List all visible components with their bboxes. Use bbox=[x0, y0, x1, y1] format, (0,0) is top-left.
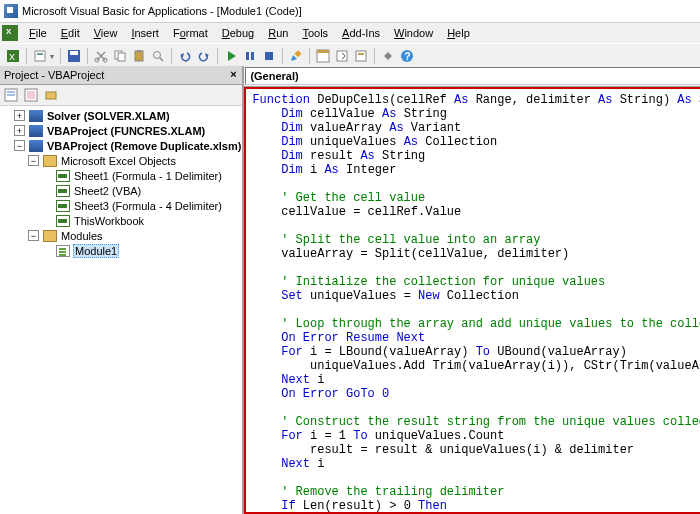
menubar: File Edit View Insert Format Debug Run T… bbox=[0, 23, 700, 43]
view-excel-icon[interactable]: X bbox=[4, 47, 22, 65]
svg-rect-3 bbox=[37, 53, 43, 55]
copy-icon[interactable] bbox=[111, 47, 129, 65]
run-icon[interactable] bbox=[222, 47, 240, 65]
project-panel-title: Project - VBAProject bbox=[4, 69, 104, 81]
svg-rect-33 bbox=[27, 91, 35, 99]
break-icon[interactable] bbox=[241, 47, 259, 65]
project-tree[interactable]: + Solver (SOLVER.XLAM) + VBAProject (FUN… bbox=[0, 106, 242, 514]
svg-rect-17 bbox=[246, 52, 249, 60]
code-object-dropdown[interactable]: (General)▼ bbox=[245, 67, 700, 85]
svg-marker-16 bbox=[228, 51, 236, 61]
svg-line-13 bbox=[160, 58, 163, 61]
menu-edit[interactable]: Edit bbox=[54, 25, 87, 41]
tree-node-module1[interactable]: Module1 bbox=[0, 243, 242, 258]
tree-node-sheet1[interactable]: Sheet1 (Formula - 1 Delimiter) bbox=[0, 168, 242, 183]
tree-node-sheet3[interactable]: Sheet3 (Formula - 4 Delimiter) bbox=[0, 198, 242, 213]
svg-rect-34 bbox=[46, 92, 56, 99]
find-icon[interactable] bbox=[149, 47, 167, 65]
properties-icon[interactable] bbox=[333, 47, 351, 65]
svg-rect-18 bbox=[251, 52, 254, 60]
tree-node-modules[interactable]: − Modules bbox=[0, 228, 242, 243]
project-explorer-panel: Project - VBAProject × + Solver (SOLVER.… bbox=[0, 66, 243, 514]
code-text[interactable]: Function DeDupCells(cellRef As Range, de… bbox=[252, 93, 700, 514]
menu-window[interactable]: Window bbox=[387, 25, 440, 41]
reset-icon[interactable] bbox=[260, 47, 278, 65]
svg-point-12 bbox=[154, 52, 161, 59]
window-title: Microsoft Visual Basic for Applications … bbox=[22, 5, 302, 17]
tree-node-excel-objects[interactable]: − Microsoft Excel Objects bbox=[0, 153, 242, 168]
save-icon[interactable] bbox=[65, 47, 83, 65]
svg-rect-5 bbox=[70, 51, 78, 55]
toggle-folders-icon[interactable] bbox=[42, 86, 60, 104]
object-browser-icon[interactable] bbox=[352, 47, 370, 65]
help-icon[interactable]: ? bbox=[398, 47, 416, 65]
tree-node-solver[interactable]: + Solver (SOLVER.XLAM) bbox=[0, 108, 242, 123]
insert-dropdown-icon[interactable]: ▾ bbox=[50, 52, 56, 61]
titlebar: Microsoft Visual Basic for Applications … bbox=[0, 0, 700, 23]
svg-rect-10 bbox=[135, 51, 143, 61]
svg-rect-21 bbox=[294, 50, 301, 57]
tree-node-thisworkbook[interactable]: ThisWorkbook bbox=[0, 213, 242, 228]
menu-run[interactable]: Run bbox=[261, 25, 295, 41]
menu-help[interactable]: Help bbox=[440, 25, 477, 41]
view-object-icon[interactable] bbox=[22, 86, 40, 104]
menu-insert[interactable]: Insert bbox=[124, 25, 166, 41]
project-explorer-icon[interactable] bbox=[314, 47, 332, 65]
menu-tools[interactable]: Tools bbox=[295, 25, 335, 41]
code-editor[interactable]: Function DeDupCells(cellRef As Range, de… bbox=[244, 87, 700, 514]
project-panel-header: Project - VBAProject × bbox=[0, 66, 242, 85]
excel-sysmenu-icon[interactable] bbox=[2, 25, 18, 41]
paste-icon[interactable] bbox=[130, 47, 148, 65]
svg-rect-11 bbox=[137, 50, 141, 52]
svg-rect-19 bbox=[265, 52, 273, 60]
menu-addins[interactable]: Add-Ins bbox=[335, 25, 387, 41]
vba-app-icon bbox=[4, 4, 18, 18]
menu-view[interactable]: View bbox=[87, 25, 125, 41]
design-mode-icon[interactable] bbox=[287, 47, 305, 65]
svg-rect-25 bbox=[356, 51, 366, 61]
tree-node-funcres[interactable]: + VBAProject (FUNCRES.XLAM) bbox=[0, 123, 242, 138]
project-toolbar bbox=[0, 85, 242, 106]
view-code-icon[interactable] bbox=[2, 86, 20, 104]
svg-rect-9 bbox=[118, 53, 125, 61]
redo-icon[interactable] bbox=[195, 47, 213, 65]
menu-format[interactable]: Format bbox=[166, 25, 215, 41]
svg-rect-2 bbox=[35, 51, 45, 61]
tree-node-sheet2[interactable]: Sheet2 (VBA) bbox=[0, 183, 242, 198]
menu-file[interactable]: File bbox=[22, 25, 54, 41]
svg-text:?: ? bbox=[405, 51, 411, 62]
insert-object-icon[interactable] bbox=[31, 47, 49, 65]
project-panel-close-icon[interactable]: × bbox=[226, 68, 240, 82]
toolbox-icon[interactable] bbox=[379, 47, 397, 65]
svg-marker-20 bbox=[291, 55, 297, 61]
svg-text:X: X bbox=[9, 52, 15, 62]
cut-icon[interactable] bbox=[92, 47, 110, 65]
undo-icon[interactable] bbox=[176, 47, 194, 65]
svg-rect-26 bbox=[358, 53, 364, 55]
menu-debug[interactable]: Debug bbox=[215, 25, 261, 41]
svg-rect-23 bbox=[317, 50, 329, 53]
tree-node-vbaproject[interactable]: − VBAProject (Remove Duplicate.xlsm) bbox=[0, 138, 242, 153]
code-window: (General)▼ De Function DeDupCells(cellRe… bbox=[243, 66, 700, 514]
